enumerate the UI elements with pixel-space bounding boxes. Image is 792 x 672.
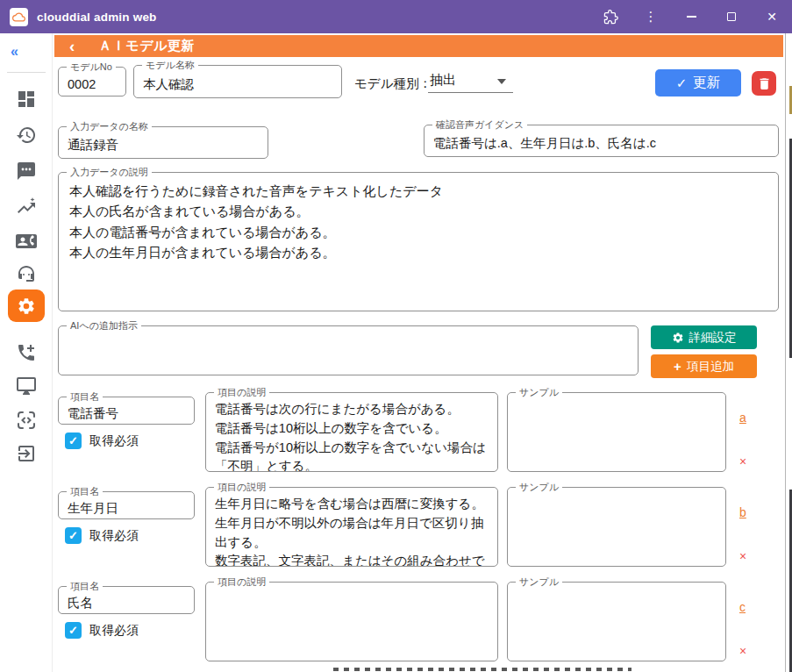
chat-icon [16, 161, 37, 182]
screen-edge-artifact [333, 668, 631, 671]
maximize-button[interactable] [711, 0, 752, 33]
item-sample-field[interactable]: サンプル [507, 582, 726, 661]
insights-icon [16, 196, 37, 217]
item-sample-field[interactable]: サンプル [507, 392, 726, 472]
sidebar-item-logout[interactable] [16, 443, 37, 464]
required-checkbox-row[interactable]: ✓ 取得必須 [65, 527, 139, 544]
sidebar-item-monitor[interactable] [16, 375, 37, 397]
browser-menu-icon[interactable]: ⋮ [631, 0, 671, 33]
sidebar-item-chat[interactable] [16, 161, 37, 182]
update-button-label: 更新 [693, 74, 720, 92]
item-row: 項目名 ✓ 取得必須 項目の説明 生年月日に略号を含む場合は西暦に変換する。 生… [53, 487, 792, 575]
sidebar: « [0, 33, 53, 672]
support-agent-icon [16, 263, 37, 284]
model-no-field[interactable]: モデルNo [58, 67, 126, 97]
item-tag-link[interactable]: c [739, 600, 746, 614]
plus-icon: + [674, 359, 681, 374]
cloud-logo-icon [12, 11, 25, 24]
item-name-field[interactable]: 項目名 [58, 491, 195, 519]
item-tag-link[interactable]: b [739, 505, 746, 519]
sidebar-item-insights[interactable] [16, 196, 37, 217]
item-sample-textarea[interactable] [508, 583, 725, 661]
item-name-field[interactable]: 項目名 [58, 397, 195, 425]
item-remove-button[interactable]: × [739, 454, 746, 468]
add-call-icon [16, 342, 37, 363]
detail-settings-label: 詳細設定 [689, 330, 737, 346]
model-name-input[interactable] [134, 66, 341, 97]
item-remove-button[interactable]: × [739, 549, 746, 563]
sidebar-item-contacts[interactable] [16, 231, 37, 252]
item-sample-textarea[interactable] [508, 393, 725, 471]
detail-settings-button[interactable]: 詳細設定 [651, 325, 757, 349]
item-tag-link[interactable]: a [739, 411, 746, 425]
sidebar-item-support[interactable] [16, 263, 37, 284]
required-checkbox-row[interactable]: ✓ 取得必須 [65, 433, 139, 449]
maximize-icon [727, 12, 736, 21]
item-description-field[interactable]: 項目の説明 [205, 582, 498, 661]
model-type-value: 抽出 [430, 72, 456, 89]
page-title: ＡＩモデル更新 [98, 38, 195, 54]
minimize-icon [687, 16, 696, 18]
app-title: clouddial admin web [37, 11, 157, 24]
input-data-description-textarea[interactable]: 本人確認を行うために録音された音声をテキスト化したデータ 本人の氏名が含まれてい… [59, 173, 778, 311]
guidance-field[interactable]: 確認音声ガイダンス [424, 125, 779, 157]
gear-icon [672, 332, 684, 344]
item-name-input[interactable] [59, 397, 194, 424]
extensions-icon[interactable] [590, 0, 631, 33]
item-description-textarea[interactable]: 電話番号は次の行にまたがる場合がある。 電話番号は10桁以上の数字を含でいる。 … [206, 393, 497, 471]
item-name-input[interactable] [59, 492, 194, 518]
main-content: ‹ ＡＩモデル更新 モデルNo モデル名称 モデル種別： 抽出 ✓ 更新 入力デ… [53, 33, 792, 672]
sidebar-item-history[interactable] [16, 125, 37, 146]
item-sample-textarea[interactable] [508, 488, 725, 566]
monitor-icon [16, 375, 37, 397]
contact-phone-icon [16, 231, 37, 252]
sidebar-collapse-button[interactable]: « [11, 44, 18, 60]
history-icon [16, 125, 37, 146]
scrollbar-gutter[interactable] [785, 33, 792, 672]
sidebar-item-add-call[interactable] [16, 342, 37, 363]
item-name-field[interactable]: 項目名 [58, 586, 195, 614]
item-row: 項目名 ✓ 取得必須 項目の説明 サンプル c × [53, 582, 792, 669]
item-description-field[interactable]: 項目の説明 生年月日に略号を含む場合は西暦に変換する。 生年月日が不明以外の場合… [205, 487, 498, 567]
sidebar-item-developer[interactable] [16, 410, 37, 431]
sidebar-item-settings-active[interactable] [8, 290, 45, 322]
item-name-input[interactable] [59, 587, 194, 613]
model-name-field[interactable]: モデル名称 [133, 65, 342, 98]
ai-instruction-textarea[interactable] [59, 326, 638, 375]
gear-icon [17, 297, 36, 316]
required-checkbox-row[interactable]: ✓ 取得必須 [65, 622, 139, 639]
delete-button[interactable] [752, 71, 776, 96]
trash-icon [757, 76, 772, 91]
model-type-select[interactable]: 抽出 [428, 70, 513, 93]
model-no-input[interactable] [59, 68, 125, 96]
titlebar: clouddial admin web ⋮ ✕ [0, 0, 792, 33]
item-sample-field[interactable]: サンプル [507, 487, 726, 567]
required-checkbox[interactable]: ✓ [65, 622, 82, 639]
check-icon: ✓ [676, 75, 688, 91]
input-data-name-input[interactable] [59, 127, 268, 158]
item-description-field[interactable]: 項目の説明 電話番号は次の行にまたがる場合がある。 電話番号は10桁以上の数字を… [205, 392, 498, 472]
update-button[interactable]: ✓ 更新 [655, 69, 741, 97]
add-item-label: 項目追加 [687, 359, 734, 375]
close-button[interactable]: ✕ [752, 0, 792, 33]
app-logo [10, 8, 28, 26]
required-checkbox[interactable]: ✓ [65, 433, 82, 449]
input-data-description-field[interactable]: 入力データの説明 本人確認を行うために録音された音声をテキスト化したデータ 本人… [58, 172, 779, 311]
sidebar-item-dashboard[interactable] [16, 89, 37, 110]
item-description-textarea[interactable] [206, 583, 497, 661]
add-item-button[interactable]: + 項目追加 [651, 354, 757, 378]
back-button[interactable]: ‹ [69, 38, 75, 54]
dropdown-arrow-icon [497, 79, 506, 84]
guidance-input[interactable] [425, 125, 778, 156]
required-label: 取得必須 [89, 528, 139, 544]
dashboard-icon [16, 89, 37, 110]
code-brackets-icon [16, 410, 37, 431]
model-type-label: モデル種別： [354, 75, 432, 92]
ai-instruction-field[interactable]: AIへの追加指示 [58, 325, 639, 375]
item-remove-button[interactable]: × [739, 644, 746, 658]
required-label: 取得必須 [89, 433, 139, 449]
input-data-name-field[interactable]: 入力データの名称 [58, 126, 268, 159]
required-checkbox[interactable]: ✓ [65, 527, 82, 544]
item-description-textarea[interactable]: 生年月日に略号を含む場合は西暦に変換する。 生年月日が不明以外の場合は年月日で区… [206, 488, 497, 566]
minimize-button[interactable] [671, 0, 711, 33]
